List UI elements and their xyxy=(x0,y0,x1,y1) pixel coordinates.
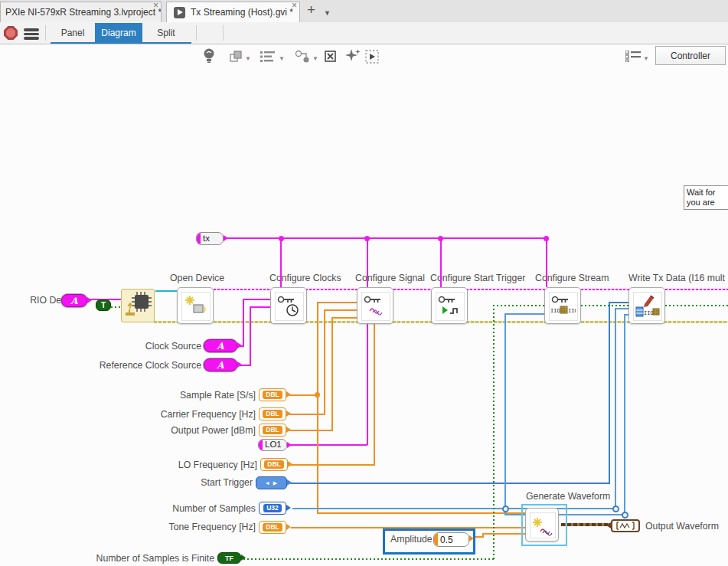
chevron-down-icon[interactable]: ▼ xyxy=(245,55,251,62)
wire-output-power[interactable] xyxy=(289,430,333,431)
wire-carrier-frequency[interactable] xyxy=(324,309,357,311)
view-switch-underline xyxy=(51,42,191,44)
align-order-icon[interactable] xyxy=(260,51,276,62)
terminal-tip xyxy=(286,427,291,433)
wire-number-of-samples[interactable] xyxy=(615,308,616,509)
wire-tx-drop-clocks[interactable] xyxy=(280,238,282,287)
wire-clock-source[interactable] xyxy=(243,299,270,300)
number-of-samples-terminal[interactable]: U32 xyxy=(259,502,286,515)
lo-frequency-terminal[interactable]: DBL xyxy=(260,458,288,471)
wire-lo-frequency[interactable] xyxy=(374,324,375,466)
open-device-node[interactable] xyxy=(177,287,214,324)
wire-junction-dot xyxy=(622,512,628,519)
wire-number-of-samples[interactable] xyxy=(292,508,616,509)
wire-tx-rail[interactable] xyxy=(226,237,547,239)
terminal-tip xyxy=(286,391,291,398)
wire-number-of-samples-branch[interactable] xyxy=(504,313,544,315)
stacked-items-icon[interactable] xyxy=(24,27,39,41)
wire-true-constant[interactable] xyxy=(111,306,121,308)
configure-clocks-node[interactable] xyxy=(270,287,307,324)
wire-samples-finite[interactable] xyxy=(243,558,495,560)
dbl-type-label: DBL xyxy=(263,391,282,399)
close-icon[interactable]: × xyxy=(292,2,297,9)
wire-carrier-frequency[interactable] xyxy=(324,309,325,415)
generate-waveform-node[interactable] xyxy=(525,508,559,541)
wire-output-power[interactable] xyxy=(331,317,333,431)
wire-waveform-samples[interactable] xyxy=(624,314,625,515)
configure-start-trigger-node[interactable] xyxy=(431,287,468,324)
wire-carrier-frequency[interactable] xyxy=(289,414,325,415)
remove-broken-wires-icon[interactable] xyxy=(325,51,336,62)
samples-finite-terminal[interactable]: TF xyxy=(217,552,241,564)
wire-tx-drop-stream[interactable] xyxy=(546,238,547,287)
clock-source-terminal[interactable]: A xyxy=(204,339,237,352)
sample-rate-terminal[interactable]: DBL xyxy=(259,388,286,401)
comment-line-1: Wait for xyxy=(687,188,728,198)
configure-signal-node[interactable] xyxy=(357,287,393,324)
lo1-constant[interactable]: LO1 xyxy=(258,439,287,451)
wire-number-of-samples-branch[interactable] xyxy=(504,313,506,515)
wire-output-waveform[interactable] xyxy=(561,523,610,526)
split-view-button[interactable]: Split xyxy=(142,23,190,43)
wire-tx-drop-signal[interactable] xyxy=(367,238,368,287)
wire-number-of-samples[interactable] xyxy=(615,308,628,309)
group-objects-icon[interactable] xyxy=(230,51,242,62)
tone-frequency-terminal[interactable]: DBL xyxy=(259,521,286,534)
wire-sample-rate[interactable] xyxy=(317,302,357,303)
wire-lo1[interactable] xyxy=(288,444,367,446)
configure-stream-node[interactable]: IIOI IIO xyxy=(544,287,581,324)
abort-button[interactable] xyxy=(0,22,21,44)
chevron-down-icon[interactable]: ▼ xyxy=(279,55,285,62)
wire-device-session[interactable] xyxy=(155,290,177,292)
output-waveform-terminal[interactable] xyxy=(611,519,640,532)
amplitude-constant[interactable]: 0.5 xyxy=(433,532,469,547)
wire-samples-finite[interactable] xyxy=(493,305,495,560)
reference-clock-source-terminal[interactable]: A xyxy=(204,358,237,371)
comment-box[interactable]: Wait for you are xyxy=(684,185,728,210)
main-toolbar: Panel Diagram Split ▼ ▼ ▼ xyxy=(0,22,728,44)
wire-start-trigger[interactable] xyxy=(609,302,610,484)
lightbulb-icon[interactable] xyxy=(203,47,215,64)
wire-lo-frequency[interactable] xyxy=(289,464,375,466)
start-trigger-terminal[interactable]: ◄ ▶ xyxy=(256,476,287,489)
rio-device-node[interactable] xyxy=(121,289,155,322)
wire-sample-rate-to-generate[interactable] xyxy=(317,512,526,514)
tab-gvi[interactable]: Tx Streaming (Host).gvi * × xyxy=(166,2,300,22)
wire-sample-rate-trunk[interactable] xyxy=(317,302,318,513)
rio-device-terminal[interactable]: A xyxy=(61,294,87,307)
terminal-tip xyxy=(287,442,292,448)
run-selection-icon[interactable] xyxy=(365,50,379,64)
tab-project[interactable]: PXIe NI-579xR Streaming 3.lvproject * × xyxy=(0,2,162,22)
wire-start-trigger[interactable] xyxy=(290,483,609,484)
wire-samples-finite[interactable] xyxy=(493,305,728,306)
wire-start-trigger[interactable] xyxy=(609,302,628,303)
wire-clock-source[interactable] xyxy=(243,299,244,347)
wire-lo1[interactable] xyxy=(367,324,368,445)
chevron-down-icon[interactable]: ▼ xyxy=(643,55,649,62)
cleanup-sparkle-icon[interactable] xyxy=(345,49,361,63)
run-arrow-icon xyxy=(174,7,185,18)
true-constant[interactable]: T xyxy=(96,299,111,311)
wire-tx-drop-starttrigger[interactable] xyxy=(440,238,442,287)
output-power-terminal[interactable]: DBL xyxy=(259,424,286,437)
wire-ref-clock-source[interactable] xyxy=(250,306,251,366)
view-options-icon[interactable] xyxy=(625,51,641,62)
controller-target-button[interactable]: Controller xyxy=(655,46,726,65)
new-tab-button[interactable]: + xyxy=(307,2,315,18)
close-icon[interactable]: × xyxy=(153,2,158,9)
chevron-down-icon[interactable]: ▼ xyxy=(324,9,331,17)
diagram-view-button[interactable]: Diagram xyxy=(95,23,142,43)
tx-constant[interactable]: tx xyxy=(196,232,224,245)
arrange-nodes-icon[interactable] xyxy=(295,50,310,63)
wire-amplitude[interactable] xyxy=(482,533,526,535)
wire-output-power[interactable] xyxy=(331,317,357,319)
carrier-frequency-terminal[interactable]: DBL xyxy=(259,407,286,420)
chevron-down-icon[interactable]: ▼ xyxy=(312,55,318,62)
terminal-tip xyxy=(224,235,228,241)
wire-ref-clock-source[interactable] xyxy=(250,306,270,308)
open-device-icon xyxy=(182,293,208,319)
write-tx-data-node[interactable]: IIOI xyxy=(628,287,665,324)
output-power-label: Output Power [dBm] xyxy=(115,425,256,436)
panel-view-button[interactable]: Panel xyxy=(51,23,95,43)
configure-clocks-icon xyxy=(276,293,302,319)
